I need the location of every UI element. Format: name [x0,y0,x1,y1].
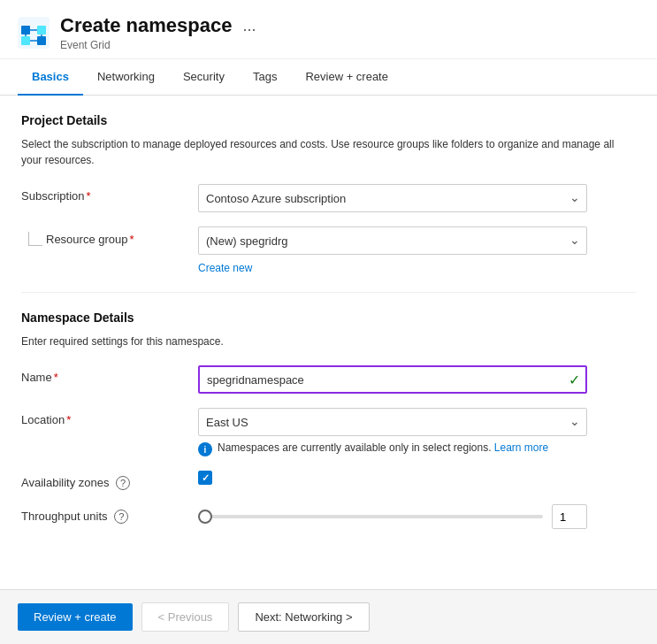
info-icon: i [198,442,212,456]
svg-rect-1 [21,26,30,34]
tab-security[interactable]: Security [169,59,239,96]
location-row: Location* East US i Namespaces are curre… [21,408,636,456]
availability-zones-checkbox[interactable] [198,471,212,485]
tabs-bar: Basics Networking Security Tags Review +… [0,59,657,96]
location-info-text: Namespaces are currently available only … [218,441,548,454]
svg-rect-2 [21,36,30,45]
availability-zones-label: Availability zones ? [21,471,198,490]
namespace-details-title: Namespace Details [21,310,636,325]
section-divider [21,292,636,293]
name-input[interactable] [198,365,587,394]
create-new-link[interactable]: Create new [198,262,252,274]
ellipsis-button[interactable]: ... [239,17,259,35]
header-text-group: Create namespace ... Event Grid [60,14,259,51]
throughput-slider-track[interactable] [198,515,543,518]
location-select[interactable]: East US [198,408,587,436]
tab-basics[interactable]: Basics [18,59,83,96]
availability-zones-checkbox-wrapper [198,471,587,485]
subscription-select-wrapper[interactable]: Contoso Azure subscription [198,184,587,212]
resource-group-select[interactable]: (New) spegridrg [198,226,587,255]
throughput-units-label: Throughput units ? [21,504,198,524]
footer-bar: Review + create < Previous Next: Network… [0,589,657,644]
resource-group-select-wrapper[interactable]: (New) spegridrg [198,226,587,255]
tab-review-create[interactable]: Review + create [291,59,402,96]
availability-zones-row: Availability zones ? [21,471,636,490]
location-label: Location* [21,408,198,426]
throughput-units-control [198,504,587,529]
location-select-wrapper[interactable]: East US [198,408,587,436]
throughput-units-help-icon[interactable]: ? [114,510,128,524]
throughput-units-row: Throughput units ? [21,504,636,529]
subscription-select[interactable]: Contoso Azure subscription [198,184,587,212]
resource-group-label: Resource group* [46,233,134,246]
name-input-wrapper: ✓ [198,365,587,394]
learn-more-link[interactable]: Learn more [494,441,548,454]
namespace-details-desc: Enter required settings for this namespa… [21,334,636,349]
subscription-label: Subscription* [21,184,198,203]
previous-button[interactable]: < Previous [141,602,230,632]
event-grid-icon [18,17,50,49]
availability-zones-control [198,471,587,485]
rg-indent-line [28,232,42,246]
name-valid-icon: ✓ [569,372,580,388]
project-details-desc: Select the subscription to manage deploy… [21,136,636,168]
throughput-slider-thumb[interactable] [198,510,212,524]
next-button[interactable]: Next: Networking > [238,602,369,632]
location-info-row: i Namespaces are currently available onl… [198,441,587,456]
name-label: Name* [21,365,198,384]
page-title: Create namespace ... [60,14,259,37]
throughput-value-input[interactable] [552,504,587,529]
subscription-control: Contoso Azure subscription [198,184,587,212]
name-control: ✓ [198,365,587,394]
page-header: Create namespace ... Event Grid [0,0,657,59]
name-row: Name* ✓ [21,365,636,394]
svg-rect-3 [37,26,46,34]
availability-zones-help-icon[interactable]: ? [116,476,130,490]
title-text: Create namespace [60,14,232,37]
resource-group-row: Resource group* (New) spegridrg [21,226,636,255]
tab-networking[interactable]: Networking [83,59,169,96]
svg-rect-4 [37,36,46,45]
resource-group-label-area: Resource group* [21,226,198,246]
subscription-row: Subscription* Contoso Azure subscription [21,184,636,212]
main-content: Project Details Select the subscription … [0,96,657,561]
page-subtitle: Event Grid [60,39,259,51]
project-details-title: Project Details [21,113,636,127]
throughput-slider-row [198,504,587,529]
tab-tags[interactable]: Tags [239,59,291,96]
location-control: East US i Namespaces are currently avail… [198,408,587,456]
review-create-button[interactable]: Review + create [18,603,133,631]
resource-group-control: (New) spegridrg [198,226,587,255]
